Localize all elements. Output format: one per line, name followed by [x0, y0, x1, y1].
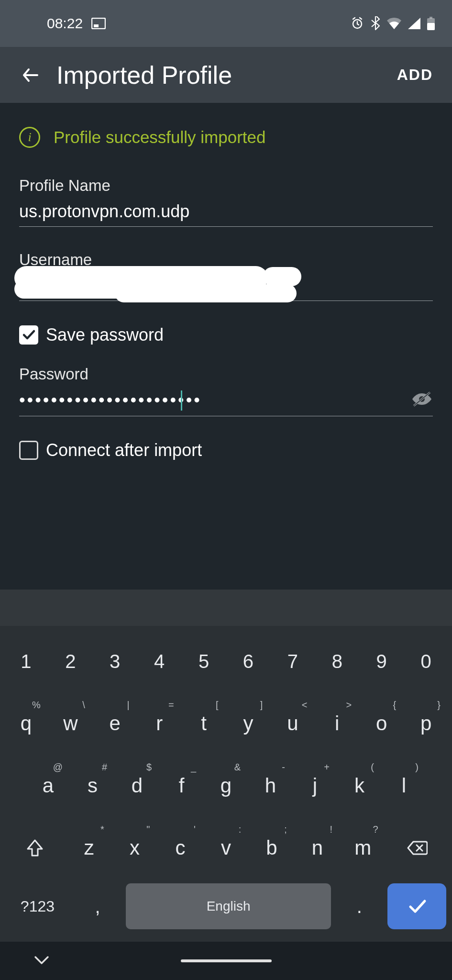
key-7[interactable]: 7: [272, 635, 313, 688]
key-9[interactable]: 9: [361, 635, 402, 688]
redaction-mark: [115, 284, 297, 302]
key-backspace[interactable]: [388, 821, 446, 875]
profile-name-input[interactable]: [19, 199, 433, 227]
key-d[interactable]: $d: [117, 759, 157, 813]
backspace-icon: [407, 840, 428, 856]
key-2[interactable]: 2: [50, 635, 91, 688]
svg-rect-1: [94, 24, 99, 27]
key-5[interactable]: 5: [184, 635, 224, 688]
key-s[interactable]: #s: [72, 759, 113, 813]
toggle-password-visibility[interactable]: [411, 390, 433, 410]
connect-after-checkbox[interactable]: [19, 441, 38, 460]
alarm-icon: [351, 17, 364, 30]
key-symbols[interactable]: ?123: [6, 883, 69, 929]
signal-icon: [408, 18, 420, 29]
key-u[interactable]: <u: [272, 697, 313, 750]
profile-name-label: Profile Name: [19, 177, 433, 195]
key-c[interactable]: 'c: [159, 821, 201, 875]
key-x[interactable]: "x: [114, 821, 155, 875]
key-t[interactable]: [t: [184, 697, 224, 750]
key-enter[interactable]: [387, 883, 446, 929]
key-3[interactable]: 3: [95, 635, 135, 688]
connect-after-row[interactable]: Connect after import: [19, 440, 433, 460]
keyboard-row-3: *z "x 'c :v ;b !n ?m: [4, 821, 448, 875]
key-w[interactable]: \w: [50, 697, 91, 750]
key-period[interactable]: .: [335, 883, 384, 929]
keyboard-row-2: @a #s $d _f &g -h +j (k )l: [4, 759, 448, 813]
status-bar: 08:22: [0, 0, 452, 47]
save-password-checkbox[interactable]: [19, 325, 38, 345]
checkmark-icon: [407, 898, 428, 914]
chevron-down-icon: [33, 955, 50, 965]
password-field: Password: [19, 365, 433, 416]
success-message: Profile successfully imported: [54, 128, 266, 147]
key-comma[interactable]: ,: [73, 883, 122, 929]
add-button[interactable]: ADD: [397, 66, 433, 84]
key-1[interactable]: 1: [6, 635, 46, 688]
key-g[interactable]: &g: [206, 759, 246, 813]
keyboard-suggestion-strip[interactable]: [0, 590, 452, 626]
key-z[interactable]: *z: [68, 821, 110, 875]
status-right: [351, 16, 435, 31]
svg-rect-5: [430, 17, 432, 19]
key-6[interactable]: 6: [228, 635, 269, 688]
redaction-mark: [263, 267, 301, 286]
keyboard-row-1: %q \w |e =r [t ]y <u >i {o }p: [4, 697, 448, 750]
key-l[interactable]: )l: [384, 759, 424, 813]
key-r[interactable]: =r: [139, 697, 180, 750]
page-title: Imported Profile: [56, 61, 397, 89]
keyboard-row-numbers: 1 2 3 4 5 6 7 8 9 0: [4, 635, 448, 688]
key-space[interactable]: English: [126, 883, 331, 929]
profile-name-field: Profile Name: [19, 177, 433, 227]
key-f[interactable]: _f: [161, 759, 202, 813]
connect-after-label: Connect after import: [46, 440, 202, 460]
text-cursor: [181, 390, 182, 411]
key-p[interactable]: }p: [406, 697, 446, 750]
key-a[interactable]: @a: [28, 759, 68, 813]
spacer: [0, 479, 452, 590]
key-k[interactable]: (k: [339, 759, 380, 813]
wifi-icon: [387, 18, 401, 29]
save-password-row[interactable]: Save password: [19, 325, 433, 345]
key-j[interactable]: +j: [295, 759, 335, 813]
keyboard-row-bottom: ?123 , English .: [4, 883, 448, 929]
status-time: 08:22: [47, 15, 83, 32]
key-q[interactable]: %q: [6, 697, 46, 750]
key-i[interactable]: >i: [317, 697, 357, 750]
key-b[interactable]: ;b: [251, 821, 292, 875]
shift-icon: [26, 838, 44, 858]
success-banner: i Profile successfully imported: [19, 127, 433, 148]
key-y[interactable]: ]y: [228, 697, 269, 750]
back-button[interactable]: [16, 61, 45, 89]
info-icon: i: [19, 127, 40, 148]
key-shift[interactable]: [6, 821, 64, 875]
key-n[interactable]: !n: [297, 821, 338, 875]
svg-rect-4: [427, 23, 435, 30]
key-o[interactable]: {o: [361, 697, 402, 750]
eye-off-icon: [411, 390, 433, 408]
key-m[interactable]: ?m: [342, 821, 384, 875]
key-e[interactable]: |e: [95, 697, 135, 750]
key-8[interactable]: 8: [317, 635, 357, 688]
username-field: Username: [19, 251, 433, 301]
key-0[interactable]: 0: [406, 635, 446, 688]
navigation-bar: [0, 942, 452, 980]
app-bar: Imported Profile ADD: [0, 47, 452, 103]
collapse-keyboard-button[interactable]: [33, 955, 50, 967]
gesture-handle[interactable]: [181, 959, 272, 962]
cast-icon: [91, 18, 106, 29]
soft-keyboard: 1 2 3 4 5 6 7 8 9 0 %q \w |e =r [t ]y <u…: [0, 626, 452, 942]
password-input[interactable]: [19, 387, 433, 416]
checkmark-icon: [22, 328, 36, 342]
key-h[interactable]: -h: [250, 759, 291, 813]
content-area: i Profile successfully imported Profile …: [0, 103, 452, 479]
arrow-left-icon: [20, 65, 41, 86]
key-v[interactable]: :v: [205, 821, 247, 875]
battery-icon: [427, 17, 435, 30]
password-label: Password: [19, 365, 433, 383]
key-4[interactable]: 4: [139, 635, 180, 688]
save-password-label: Save password: [46, 325, 164, 345]
status-left: 08:22: [47, 15, 106, 32]
bluetooth-icon: [371, 16, 380, 31]
